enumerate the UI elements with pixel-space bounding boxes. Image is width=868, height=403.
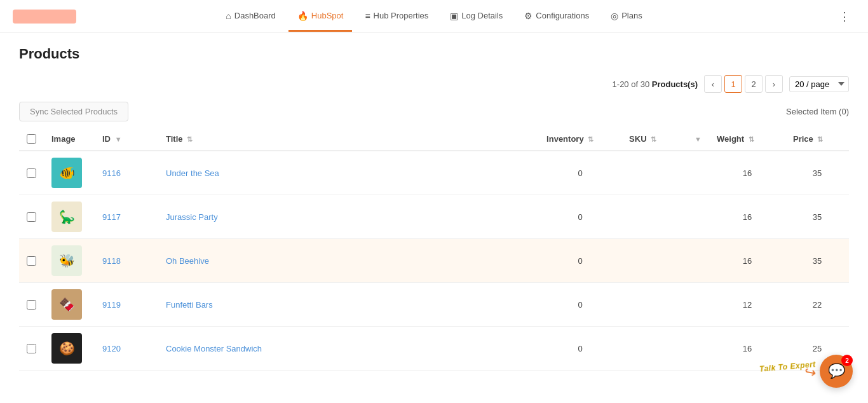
hubspot-icon: 🔥 xyxy=(297,11,308,21)
product-image: 🐝 xyxy=(51,245,82,276)
product-image: 🐠 xyxy=(51,158,82,188)
col-header-id[interactable]: ID ▼ xyxy=(95,128,158,151)
row-checkbox-cell xyxy=(19,151,44,195)
product-id-link[interactable]: 9118 xyxy=(102,256,121,266)
plans-icon: ◎ xyxy=(611,11,618,21)
row-image-cell: 🐠 xyxy=(44,151,95,195)
row-price-cell: 35 xyxy=(785,151,849,195)
toolbar: Sync Selected Products Selected Item (0) xyxy=(19,102,849,121)
table-row: 🦕 9117 Jurassic Party 0 16 35 xyxy=(19,195,849,239)
product-id-link[interactable]: 9119 xyxy=(102,300,121,310)
nav-item-log-details[interactable]: ▣ Log Details xyxy=(441,2,512,32)
product-title-link[interactable]: Jurassic Party xyxy=(166,212,218,222)
table-row: 🐠 9116 Under the Sea 0 16 35 xyxy=(19,151,849,195)
row-checkbox-cell xyxy=(19,283,44,327)
home-icon: ⌂ xyxy=(226,11,231,21)
col-header-price[interactable]: Price ⇅ xyxy=(785,128,849,151)
row-filter-cell xyxy=(685,239,709,283)
row-sku-cell xyxy=(621,239,685,283)
row-sku-cell xyxy=(621,195,685,239)
row-title-cell: Jurassic Party xyxy=(158,195,539,239)
col-header-image: Image xyxy=(44,128,95,151)
title-sort-icon: ⇅ xyxy=(187,135,193,143)
row-checkbox-cell xyxy=(19,195,44,239)
product-title-link[interactable]: Under the Sea xyxy=(166,168,219,178)
chat-icon: 💬 xyxy=(828,363,845,379)
row-checkbox[interactable] xyxy=(27,256,36,266)
row-title-cell: Cookie Monster Sandwich xyxy=(158,327,539,371)
row-price-cell: 35 xyxy=(785,239,849,283)
product-id-link[interactable]: 9116 xyxy=(102,168,121,178)
brand-logo xyxy=(13,10,76,24)
table-container: Image ID ▼ Title ⇅ Inventory ⇅ SKU ⇅ ▼ xyxy=(19,128,849,371)
product-image: 🦕 xyxy=(51,202,82,232)
row-filter-cell xyxy=(685,327,709,371)
row-image-cell: 🍪 xyxy=(44,327,95,371)
row-weight-cell: 16 xyxy=(709,151,785,195)
row-filter-cell xyxy=(685,151,709,195)
page-title: Products xyxy=(19,46,849,62)
top-controls: 1-20 of 30 Products(s) ‹ 1 2 › 20 / page… xyxy=(19,75,849,93)
row-image-cell: 🍫 xyxy=(44,283,95,327)
product-title-link[interactable]: Cookie Monster Sandwich xyxy=(166,344,262,353)
row-price-cell: 22 xyxy=(785,283,849,327)
nav-items: ⌂ DashBoard 🔥 HubSpot ≡ Hub Properties ▣… xyxy=(217,2,651,31)
inventory-sort-icon: ⇅ xyxy=(588,135,593,143)
selected-info: Selected Item (0) xyxy=(786,107,849,116)
row-inventory-cell: 0 xyxy=(539,239,621,283)
row-checkbox[interactable] xyxy=(27,344,36,353)
product-title-link[interactable]: Funfetti Bars xyxy=(166,300,213,310)
nav-item-dashboard[interactable]: ⌂ DashBoard xyxy=(217,2,285,32)
row-filter-cell xyxy=(685,283,709,327)
nav-more-button[interactable]: ⋮ xyxy=(834,7,855,26)
col-header-checkbox xyxy=(19,128,44,151)
product-id-link[interactable]: 9120 xyxy=(102,344,121,353)
nav-item-hubspot[interactable]: 🔥 HubSpot xyxy=(288,2,353,32)
row-image-cell: 🦕 xyxy=(44,195,95,239)
table-row: 🍪 9120 Cookie Monster Sandwich 0 16 25 xyxy=(19,327,849,371)
page-content: Products 1-20 of 30 Products(s) ‹ 1 2 › … xyxy=(0,33,868,383)
row-id-cell: 9119 xyxy=(95,283,158,327)
row-inventory-cell: 0 xyxy=(539,327,621,371)
sku-sort-icon: ⇅ xyxy=(651,135,656,143)
nav-bar: ⌂ DashBoard 🔥 HubSpot ≡ Hub Properties ▣… xyxy=(0,0,868,33)
log-icon: ▣ xyxy=(450,11,458,21)
col-header-sku[interactable]: SKU ⇅ xyxy=(621,128,685,151)
col-header-weight[interactable]: Weight ⇅ xyxy=(709,128,785,151)
row-weight-cell: 16 xyxy=(709,239,785,283)
pagination-page-2[interactable]: 2 xyxy=(745,75,763,93)
col-header-inventory[interactable]: Inventory ⇅ xyxy=(539,128,621,151)
pagination-next[interactable]: › xyxy=(765,75,783,93)
row-title-cell: Funfetti Bars xyxy=(158,283,539,327)
row-id-cell: 9116 xyxy=(95,151,158,195)
price-sort-icon: ⇅ xyxy=(817,135,823,143)
row-checkbox[interactable] xyxy=(27,168,36,178)
table-row: 🐝 9118 Oh Beehive 0 16 35 xyxy=(19,239,849,283)
row-filter-cell xyxy=(685,195,709,239)
table-header: Image ID ▼ Title ⇅ Inventory ⇅ SKU ⇅ ▼ xyxy=(19,128,849,151)
row-checkbox[interactable] xyxy=(27,300,36,310)
row-id-cell: 9120 xyxy=(95,327,158,371)
product-id-link[interactable]: 9117 xyxy=(102,212,121,222)
chat-badge: 2 xyxy=(841,355,853,366)
pagination-page-1[interactable]: 1 xyxy=(724,75,742,93)
table-body: 🐠 9116 Under the Sea 0 16 35 🦕 xyxy=(19,151,849,371)
select-all-checkbox[interactable] xyxy=(27,134,36,144)
nav-item-plans[interactable]: ◎ Plans xyxy=(602,2,651,32)
row-sku-cell xyxy=(621,151,685,195)
row-price-cell: 35 xyxy=(785,195,849,239)
product-title-link[interactable]: Oh Beehive xyxy=(166,256,209,266)
row-checkbox[interactable] xyxy=(27,212,36,222)
row-title-cell: Oh Beehive xyxy=(158,239,539,283)
sync-selected-button[interactable]: Sync Selected Products xyxy=(19,102,128,121)
pagination-prev[interactable]: ‹ xyxy=(704,75,722,93)
row-checkbox-cell xyxy=(19,327,44,371)
row-inventory-cell: 0 xyxy=(539,195,621,239)
col-header-filter[interactable]: ▼ xyxy=(685,128,709,151)
nav-item-hub-properties[interactable]: ≡ Hub Properties xyxy=(356,2,437,32)
chat-bubble[interactable]: 💬 2 xyxy=(820,355,853,383)
page-size-select[interactable]: 20 / page 50 / page 100 / page xyxy=(789,76,849,92)
pagination-pages: ‹ 1 2 › xyxy=(704,75,783,93)
col-header-title[interactable]: Title ⇅ xyxy=(158,128,539,151)
nav-item-configurations[interactable]: ⚙ Configurations xyxy=(515,2,598,32)
